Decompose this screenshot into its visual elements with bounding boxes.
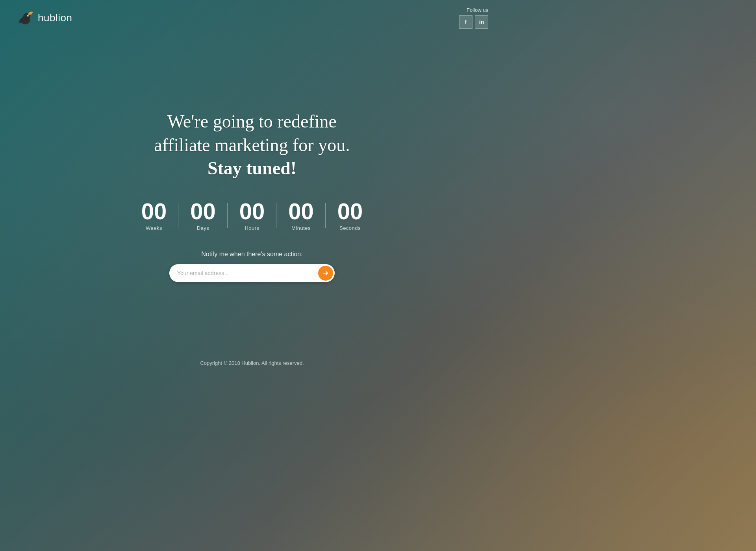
arrow-right-icon	[322, 270, 329, 276]
submit-button[interactable]	[318, 266, 333, 281]
seconds-value: 00	[337, 200, 363, 223]
countdown-minutes: 00 Minutes	[276, 200, 326, 231]
countdown-weeks: 00 Weeks	[130, 200, 179, 231]
hours-label: Hours	[245, 225, 259, 231]
site-header: hublion Follow us f in	[0, 0, 504, 36]
site-footer: Copyright © 2018 Hublion. All rights res…	[0, 348, 504, 378]
email-form	[169, 264, 335, 282]
countdown-days: 00 Days	[178, 200, 228, 231]
days-value: 00	[190, 200, 216, 223]
facebook-button[interactable]: f	[459, 15, 472, 29]
linkedin-button[interactable]: in	[475, 15, 488, 29]
seconds-label: Seconds	[339, 225, 361, 231]
follow-us-label: Follow us	[467, 7, 488, 13]
headline-line2: affiliate marketing for you.	[154, 135, 350, 155]
headline-line1: We're going to redefine	[167, 111, 337, 131]
countdown-hours: 00 Hours	[228, 200, 277, 231]
facebook-icon: f	[465, 19, 467, 25]
social-icons: f in	[459, 15, 488, 29]
headline-bold: Stay tuned!	[208, 158, 296, 178]
svg-point-3	[28, 15, 29, 16]
countdown-seconds: 00 Seconds	[326, 200, 375, 231]
weeks-value: 00	[141, 200, 167, 223]
logo-icon	[16, 9, 35, 28]
minutes-label: Minutes	[291, 225, 311, 231]
email-input[interactable]	[177, 270, 318, 276]
logo-text: hublion	[38, 12, 72, 24]
headline: We're going to redefine affiliate market…	[154, 110, 350, 180]
hours-value: 00	[239, 200, 265, 223]
copyright-text: Copyright © 2018 Hublion. All rights res…	[200, 360, 304, 366]
weeks-label: Weeks	[146, 225, 162, 231]
notify-label: Notify me when there's some action:	[201, 251, 302, 258]
social-area: Follow us f in	[459, 7, 488, 29]
countdown-container: 00 Weeks 00 Days 00 Hours 00 Minutes 00 …	[130, 200, 375, 231]
linkedin-icon: in	[479, 19, 484, 25]
days-label: Days	[197, 225, 209, 231]
main-content: We're going to redefine affiliate market…	[0, 36, 504, 348]
logo-area: hublion	[16, 9, 72, 28]
minutes-value: 00	[288, 200, 314, 223]
